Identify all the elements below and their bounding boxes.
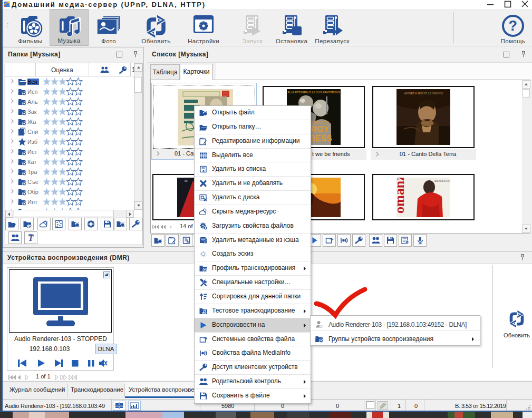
- svg-text:omanza: omanza: [396, 178, 407, 213]
- svg-text:ELLA FITZGERALD & LOUIS ARMSTR: ELLA FITZGERALD & LOUIS ARMSTRONG: [287, 91, 340, 94]
- svg-text:ANDREA BOCELLI: ANDREA BOCELLI: [434, 180, 450, 182]
- svg-text:50: 50: [185, 179, 188, 182]
- svg-text:BESS: BESS: [309, 134, 332, 143]
- svg-text:ANDREA BOCELLI SOGNO: ANDREA BOCELLI SOGNO: [404, 92, 443, 95]
- svg-text:?: ?: [509, 18, 518, 34]
